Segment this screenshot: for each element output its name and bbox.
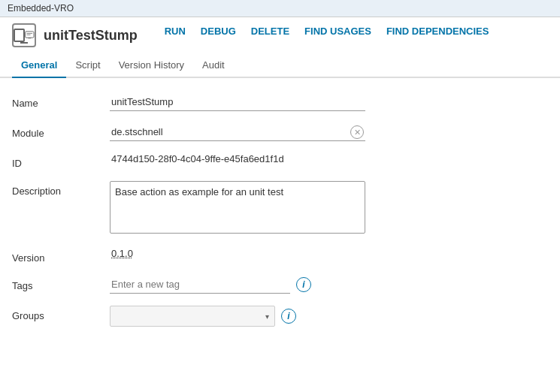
description-textarea[interactable]: Base action as example for an unit test bbox=[110, 181, 365, 234]
run-button[interactable]: RUN bbox=[165, 26, 186, 46]
header-actions: RUN DEBUG DELETE FIND USAGES FIND DEPEND… bbox=[165, 26, 489, 46]
name-field bbox=[110, 93, 365, 111]
name-row: Name bbox=[12, 93, 548, 111]
tags-field: i bbox=[110, 276, 365, 294]
tags-wrapper: i bbox=[110, 276, 365, 294]
version-row: Version 0.1.0 bbox=[12, 248, 548, 264]
name-label: Name bbox=[12, 93, 110, 109]
description-row: Description Base action as example for a… bbox=[12, 181, 548, 236]
groups-select[interactable] bbox=[110, 306, 275, 327]
title-bar-label: Embedded-VRO bbox=[8, 3, 74, 14]
groups-wrapper: ▾ i bbox=[110, 306, 365, 327]
id-value: 4744d150-28f0-4c04-9ffe-e45fa6ed1f1d bbox=[110, 150, 286, 167]
groups-row: Groups ▾ i bbox=[12, 306, 548, 327]
module-input[interactable] bbox=[110, 123, 365, 141]
tag-input[interactable] bbox=[110, 276, 290, 294]
module-wrapper: ✕ bbox=[110, 123, 365, 141]
version-label: Version bbox=[12, 248, 110, 264]
name-input[interactable] bbox=[110, 93, 365, 111]
script-svg-icon bbox=[25, 29, 35, 42]
version-field: 0.1.0 bbox=[110, 248, 365, 259]
delete-button[interactable]: DELETE bbox=[251, 26, 289, 46]
id-row: ID 4744d150-28f0-4c04-9ffe-e45fa6ed1f1d bbox=[12, 153, 548, 169]
module-label: Module bbox=[12, 123, 110, 139]
tab-general[interactable]: General bbox=[12, 53, 66, 78]
module-field: ✕ bbox=[110, 123, 365, 141]
tab-version-history[interactable]: Version History bbox=[110, 53, 193, 78]
title-bar: Embedded-VRO bbox=[0, 0, 560, 17]
app-name-actions: unitTestStump RUN DEBUG DELETE FIND USAG… bbox=[12, 23, 548, 53]
tab-audit[interactable]: Audit bbox=[193, 53, 234, 78]
module-clear-icon[interactable]: ✕ bbox=[350, 125, 364, 139]
find-usages-button[interactable]: FIND USAGES bbox=[304, 26, 371, 46]
tags-info-icon[interactable]: i bbox=[296, 277, 311, 292]
app-title: unitTestStump bbox=[44, 28, 138, 44]
tabs-bar: General Script Version History Audit bbox=[0, 53, 560, 78]
module-row: Module ✕ bbox=[12, 123, 548, 141]
form-content: Name Module ✕ ID 4744d150-28f0-4c04-9ffe… bbox=[0, 78, 560, 354]
tags-row: Tags i bbox=[12, 276, 548, 294]
groups-info-icon[interactable]: i bbox=[281, 309, 296, 324]
tags-label: Tags bbox=[12, 276, 110, 291]
groups-label: Groups bbox=[12, 306, 110, 321]
script-icon bbox=[12, 23, 36, 47]
groups-select-wrapper: ▾ bbox=[110, 306, 275, 327]
find-dependencies-button[interactable]: FIND DEPENDENCIES bbox=[386, 26, 489, 46]
id-field: 4744d150-28f0-4c04-9ffe-e45fa6ed1f1d bbox=[110, 153, 365, 164]
groups-field: ▾ i bbox=[110, 306, 365, 327]
tab-script[interactable]: Script bbox=[66, 53, 109, 78]
debug-button[interactable]: DEBUG bbox=[201, 26, 236, 46]
header-top: unitTestStump RUN DEBUG DELETE FIND USAG… bbox=[0, 17, 560, 53]
version-value: 0.1.0 bbox=[110, 245, 135, 262]
description-field: Base action as example for an unit test bbox=[110, 181, 365, 236]
id-label: ID bbox=[12, 153, 110, 169]
description-label: Description bbox=[12, 181, 110, 197]
